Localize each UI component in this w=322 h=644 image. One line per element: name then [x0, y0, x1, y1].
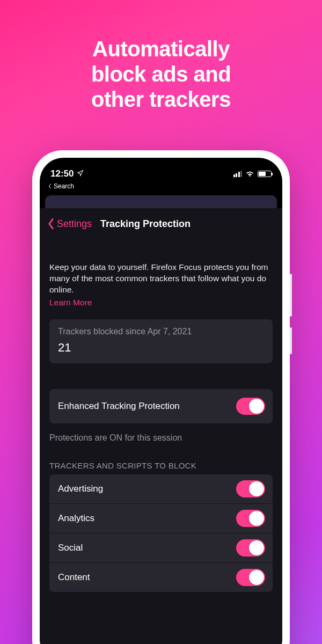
block-row-advertising: Advertising: [49, 474, 273, 504]
phone-frame: 12:50 Search Settings Tra: [32, 150, 290, 644]
battery-icon: [258, 171, 272, 177]
nav-header: Settings Tracking Protection: [40, 208, 282, 236]
phone-screen: 12:50 Search Settings Tra: [40, 158, 282, 644]
analytics-toggle[interactable]: [236, 510, 265, 527]
block-section-header: TRACKERS AND SCRIPTS TO BLOCK: [49, 461, 273, 470]
advertising-toggle[interactable]: [236, 480, 265, 497]
block-label: Social: [58, 543, 83, 553]
phone-side-button: [290, 274, 292, 317]
block-label: Advertising: [58, 484, 103, 494]
settings-content: Keep your data to yourself. Firefox Focu…: [40, 236, 282, 644]
promo-headline: Automatically block ads and other tracke…: [0, 0, 322, 113]
block-label: Analytics: [58, 513, 94, 524]
etp-row: Enhanced Tracking Protection: [49, 389, 273, 423]
back-button[interactable]: Settings: [46, 218, 92, 230]
etp-status: Protections are ON for this session: [49, 433, 273, 443]
block-label: Content: [58, 572, 90, 583]
url-bar[interactable]: [45, 195, 277, 208]
etp-toggle[interactable]: [236, 398, 265, 415]
content-toggle[interactable]: [236, 569, 265, 586]
status-time: 12:50: [50, 169, 74, 179]
phone-side-button: [290, 327, 292, 354]
block-row-analytics: Analytics: [49, 504, 273, 533]
page-title: Tracking Protection: [100, 218, 191, 230]
block-list: Advertising Analytics Social Content: [49, 474, 273, 592]
breadcrumb-label: Search: [54, 182, 74, 190]
cellular-icon: [233, 171, 243, 177]
learn-more-link[interactable]: Learn More: [49, 298, 92, 308]
social-toggle[interactable]: [236, 539, 265, 557]
trackers-blocked-card: Trackers blocked since Apr 7, 2021 21: [49, 319, 273, 363]
block-row-content: Content: [49, 563, 273, 592]
etp-label: Enhanced Tracking Protection: [58, 401, 180, 412]
wifi-icon: [245, 169, 254, 179]
location-icon: [77, 169, 84, 179]
trackers-blocked-label: Trackers blocked since Apr 7, 2021: [58, 327, 264, 336]
breadcrumb-back[interactable]: Search: [40, 181, 282, 193]
back-label: Settings: [57, 218, 92, 230]
trackers-blocked-count: 21: [58, 341, 264, 355]
block-row-social: Social: [49, 533, 273, 563]
intro-text: Keep your data to yourself. Firefox Focu…: [49, 236, 273, 296]
status-bar: 12:50: [40, 158, 282, 181]
